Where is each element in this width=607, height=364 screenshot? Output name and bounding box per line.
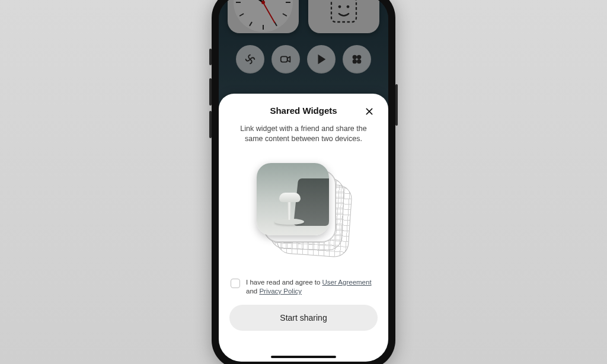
sheet-header: Shared Widgets xyxy=(229,106,378,116)
close-icon xyxy=(365,107,374,116)
consent-row: I have read and agree to User Agreement … xyxy=(229,278,378,296)
phone-frame: Shared Widgets Link widget with a friend… xyxy=(212,0,395,364)
sheet-title: Shared Widgets xyxy=(270,106,337,116)
phone-screen: Shared Widgets Link widget with a friend… xyxy=(219,0,388,362)
consent-checkbox[interactable] xyxy=(231,279,240,288)
illustration xyxy=(253,159,354,260)
consent-text: I have read and agree to User Agreement … xyxy=(246,278,374,296)
start-sharing-button[interactable]: Start sharing xyxy=(229,305,378,331)
phone-volume-down xyxy=(209,111,212,138)
phone-power-button xyxy=(395,84,398,126)
privacy-policy-link[interactable]: Privacy Policy xyxy=(259,288,302,295)
close-button[interactable] xyxy=(362,104,376,119)
consent-prefix: I have read and agree to xyxy=(246,279,322,286)
shared-widgets-sheet: Shared Widgets Link widget with a friend… xyxy=(219,94,388,362)
illustration-card-front xyxy=(257,163,329,235)
start-sharing-label: Start sharing xyxy=(280,313,327,323)
sheet-description: Link widget with a friend and share the … xyxy=(229,124,378,144)
consent-middle: and xyxy=(246,288,259,295)
phone-volume-up xyxy=(209,78,212,106)
user-agreement-link[interactable]: User Agreement xyxy=(322,279,372,286)
home-indicator[interactable] xyxy=(271,356,336,358)
phone-side-button xyxy=(209,49,212,65)
